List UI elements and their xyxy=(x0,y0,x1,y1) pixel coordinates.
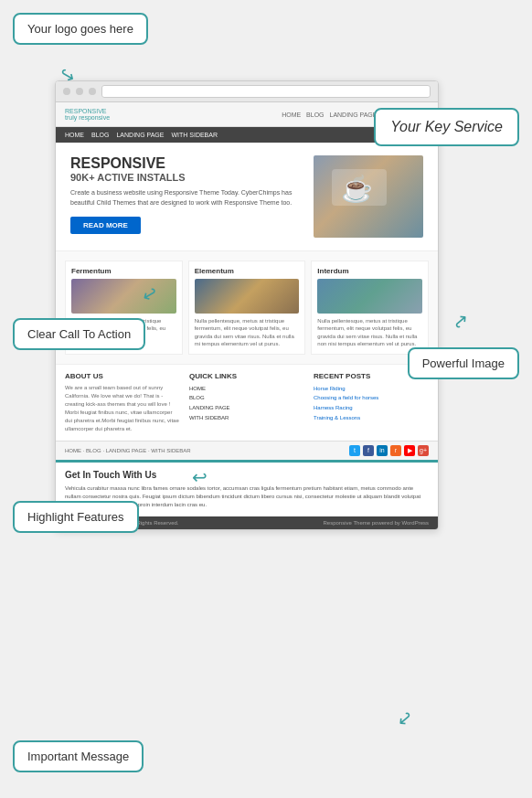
footer-post-1[interactable]: Horse Riding xyxy=(314,384,429,394)
browser-mockup: RESPONSIVE truly responsive HOME BLOG LA… xyxy=(55,80,439,530)
footer-link-landing[interactable]: LANDING PAGE xyxy=(189,403,304,413)
footer-post-2[interactable]: Choosing a field for horses xyxy=(314,393,429,403)
footer-nav-sidebar[interactable]: WITH SIDEBAR xyxy=(151,448,190,453)
browser-toolbar xyxy=(56,81,438,102)
feature-desc-3: Nulla pellentesque, metus at tristique f… xyxy=(317,317,422,348)
nav-top-blog[interactable]: BLOG xyxy=(306,112,324,118)
footer-about-text: We are a small team based out of sunny C… xyxy=(65,384,180,433)
footer-nav-home[interactable]: HOME xyxy=(65,448,81,453)
cta-annotation-box: Clear Call To Action xyxy=(13,318,145,350)
nav-landing[interactable]: LANDING PAGE xyxy=(116,132,164,138)
hero-text: RESPONSIVE 90K+ ACTIVE INSTALLS Create a… xyxy=(70,155,304,234)
googleplus-icon[interactable]: g+ xyxy=(418,445,429,456)
footer-post-4[interactable]: Training & Lessons xyxy=(314,413,429,423)
highlight-features-arrow-icon: ↩ xyxy=(192,466,207,488)
feature-title-2: Elementum xyxy=(195,267,300,275)
footer-links-list: HOME BLOG LANDING PAGE WITH SIDEBAR xyxy=(189,384,304,423)
feature-image-2 xyxy=(195,279,300,314)
feature-title-1: Fermentum xyxy=(71,267,176,275)
nav-top-landing[interactable]: LANDING PAGE xyxy=(329,112,377,118)
feature-image-1 xyxy=(71,279,176,314)
footer-links-title: QUICK LINKS xyxy=(189,372,304,380)
powerful-image-arrow-icon: ↩ xyxy=(447,308,473,335)
logo-annotation-box: Your logo goes here xyxy=(13,13,148,45)
browser-min-dot xyxy=(76,88,83,95)
browser-url-bar xyxy=(101,85,431,98)
hero-title: RESPONSIVE xyxy=(70,155,304,172)
feature-desc-2: Nulla pellentesque, metus at tristique f… xyxy=(195,317,300,348)
footer-nav-links: HOME · BLOG · LANDING PAGE · WITH SIDEBA… xyxy=(65,448,191,453)
social-icons: t f in r ▶ g+ xyxy=(349,445,429,456)
hero-section: RESPONSIVE 90K+ ACTIVE INSTALLS Create a… xyxy=(56,143,438,250)
hero-description: Create a business website using Responsi… xyxy=(70,188,304,207)
logo-text: RESPONSIVE xyxy=(65,108,110,114)
hero-subtitle: 90K+ ACTIVE INSTALLS xyxy=(70,172,304,183)
footer-about-title: ABOUT US xyxy=(65,372,180,380)
rss-icon[interactable]: r xyxy=(390,445,401,456)
site-logo: RESPONSIVE truly responsive xyxy=(65,108,110,121)
hero-read-more-button[interactable]: READ MORE xyxy=(70,217,141,234)
key-service-annotation-box: Your Key Service xyxy=(374,108,519,146)
footer-nav-landing[interactable]: LANDING PAGE xyxy=(106,448,147,453)
site-footer-nav: HOME · BLOG · LANDING PAGE · WITH SIDEBA… xyxy=(56,441,438,460)
powered-by-text: Responsive Theme powered by WordPress xyxy=(324,520,430,526)
site-logo-block: RESPONSIVE truly responsive xyxy=(65,108,110,121)
important-message-arrow-icon: ↩ xyxy=(392,705,418,731)
browser-close-dot xyxy=(63,88,70,95)
footer-posts-col: RECENT POSTS Horse Riding Choosing a fie… xyxy=(314,372,429,433)
footer-links-col: QUICK LINKS HOME BLOG LANDING PAGE WITH … xyxy=(189,372,304,433)
hero-image xyxy=(314,155,423,238)
feature-title-3: Interdum xyxy=(317,267,422,275)
footer-link-sidebar[interactable]: WITH SIDEBAR xyxy=(189,413,304,423)
browser-max-dot xyxy=(89,88,96,95)
youtube-icon[interactable]: ▶ xyxy=(404,445,415,456)
footer-nav-blog[interactable]: BLOG xyxy=(86,448,101,453)
footer-section: ABOUT US We are a small team based out o… xyxy=(56,364,438,441)
nav-sidebar[interactable]: WITH SIDEBAR xyxy=(171,132,218,138)
linkedin-icon[interactable]: in xyxy=(377,445,388,456)
facebook-icon[interactable]: f xyxy=(363,445,374,456)
footer-link-blog[interactable]: BLOG xyxy=(189,393,304,403)
logo-sub: truly responsive xyxy=(65,114,110,121)
nav-blog[interactable]: BLOG xyxy=(91,132,109,138)
footer-link-home[interactable]: HOME xyxy=(189,384,304,394)
feature-card-3: Interdum Nulla pellentesque, metus at tr… xyxy=(311,261,429,355)
important-message-annotation-box: Important Message xyxy=(13,740,144,772)
feature-image-3 xyxy=(317,279,422,314)
highlight-features-annotation-box: Highlight Features xyxy=(13,501,139,533)
nav-top-home[interactable]: HOME xyxy=(282,112,301,118)
contact-title: Get In Touch With Us xyxy=(65,470,429,480)
powerful-image-annotation-box: Powerful Image xyxy=(408,347,519,379)
footer-about-col: ABOUT US We are a small team based out o… xyxy=(65,372,180,433)
twitter-icon[interactable]: t xyxy=(349,445,360,456)
nav-home[interactable]: HOME xyxy=(65,132,84,138)
footer-posts-list: Horse Riding Choosing a field for horses… xyxy=(314,384,429,423)
footer-post-3[interactable]: Harness Racing xyxy=(314,403,429,413)
feature-card-2: Elementum Nulla pellentesque, metus at t… xyxy=(188,261,306,355)
